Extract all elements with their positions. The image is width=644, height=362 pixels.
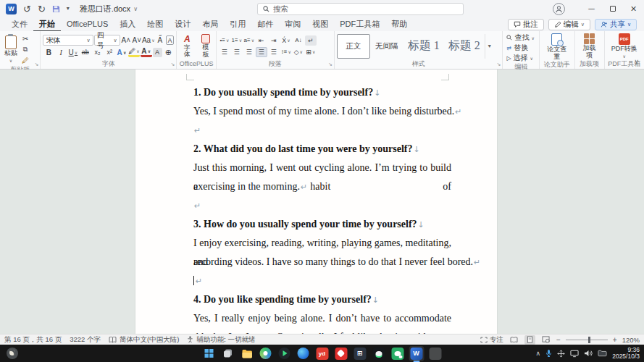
hidden-icons-chevron-icon[interactable]: ∧ bbox=[536, 350, 541, 357]
save-icon[interactable] bbox=[52, 5, 60, 13]
copy-icon[interactable]: ⧉ bbox=[20, 44, 31, 54]
superscript-icon[interactable]: x² bbox=[104, 47, 115, 57]
file-explorer-button[interactable] bbox=[239, 346, 254, 361]
editing-mode-button[interactable]: 编辑 ∨ bbox=[548, 19, 590, 30]
strikethrough-icon[interactable]: ab bbox=[80, 47, 91, 57]
word-count[interactable]: 3222 个字 bbox=[70, 335, 101, 345]
zoom-percentage[interactable]: 120% bbox=[622, 336, 640, 344]
enclose-characters-icon[interactable]: ⊕ bbox=[163, 47, 175, 57]
tab-file[interactable]: 文件 bbox=[6, 17, 33, 32]
read-mode-button[interactable] bbox=[509, 335, 519, 345]
maximize-button[interactable] bbox=[602, 0, 623, 17]
redo-icon[interactable]: ↻ bbox=[38, 4, 46, 14]
style-no-spacing[interactable]: 无间隔 bbox=[370, 34, 403, 59]
asian-layout-icon[interactable]: X́∨ bbox=[280, 35, 292, 46]
task-view-button[interactable] bbox=[220, 346, 235, 361]
distribute-icon[interactable]: ☰ bbox=[268, 47, 280, 57]
cut-icon[interactable]: ✂ bbox=[20, 33, 31, 43]
panda-app-icon[interactable] bbox=[371, 346, 386, 361]
line-spacing-icon[interactable]: ↕≡∨ bbox=[280, 47, 292, 57]
document-text[interactable]: 1. Do you usually spend time by yourself… bbox=[193, 83, 451, 334]
meeting-app-icon[interactable]: ⊞ bbox=[352, 346, 367, 361]
zoom-out-button[interactable]: − bbox=[556, 336, 561, 344]
align-right-icon[interactable]: ☰ bbox=[243, 47, 255, 57]
replace-button[interactable]: ⇄ 替换 bbox=[506, 43, 528, 52]
underline-icon[interactable]: U∨ bbox=[67, 47, 79, 57]
edge-browser-icon[interactable] bbox=[296, 346, 311, 361]
find-button[interactable]: 查找∨ bbox=[506, 33, 534, 42]
format-painter-icon[interactable]: 🖉 bbox=[20, 55, 31, 65]
quick-access-dropdown-icon[interactable]: ▾ bbox=[67, 6, 70, 12]
start-button[interactable] bbox=[201, 346, 217, 361]
wechat-icon[interactable] bbox=[390, 346, 405, 361]
browser-swirl-icon[interactable] bbox=[258, 346, 273, 361]
tray-folder-icon[interactable] bbox=[598, 350, 607, 357]
page-indicator[interactable]: 第 16 页，共 16 页 bbox=[4, 335, 62, 345]
accessibility-status[interactable]: 辅助功能: 一切就绪 bbox=[187, 335, 255, 345]
bold-icon[interactable]: B bbox=[43, 47, 54, 57]
italic-icon[interactable]: I bbox=[55, 47, 67, 57]
zoom-slider[interactable] bbox=[566, 340, 608, 340]
bullets-icon[interactable]: •≡∨ bbox=[219, 35, 230, 46]
sort-icon[interactable]: A↓ bbox=[293, 35, 304, 46]
microphone-icon[interactable] bbox=[545, 349, 552, 358]
undo-icon[interactable]: ↺ bbox=[23, 4, 31, 14]
grow-font-icon[interactable]: A˄ bbox=[121, 35, 131, 46]
zoom-in-button[interactable]: + bbox=[613, 336, 617, 344]
taskbar-clock[interactable]: 9:36 2025/10/3 bbox=[612, 347, 640, 361]
tab-review[interactable]: 审阅 bbox=[279, 17, 306, 32]
shrink-font-icon[interactable]: A˅ bbox=[132, 35, 142, 46]
multilevel-list-icon[interactable]: a≡∨ bbox=[243, 35, 255, 46]
tab-design[interactable]: 设计 bbox=[169, 17, 196, 32]
text-effects-icon[interactable]: A∨ bbox=[116, 47, 127, 57]
word-taskbar-icon[interactable]: W bbox=[409, 346, 424, 361]
red-app-icon[interactable] bbox=[333, 346, 348, 361]
close-button[interactable]: × bbox=[623, 0, 644, 17]
tab-mailings[interactable]: 邮件 bbox=[251, 17, 279, 32]
media-player-icon[interactable] bbox=[277, 346, 292, 361]
shading-icon[interactable]: ◇∨ bbox=[293, 47, 304, 57]
show-marks-icon[interactable]: ↵ bbox=[305, 35, 317, 46]
style-normal[interactable]: 正文 bbox=[337, 34, 370, 59]
paste-button[interactable]: 粘贴 ∨ bbox=[2, 35, 20, 63]
tab-help[interactable]: 帮助 bbox=[385, 17, 413, 32]
officeplus-templates-button[interactable]: 模板 bbox=[198, 34, 214, 58]
web-layout-button[interactable] bbox=[540, 335, 551, 345]
subscript-icon[interactable]: x₂ bbox=[92, 47, 104, 57]
increase-indent-icon[interactable]: ⇥ bbox=[268, 35, 280, 46]
highlight-color-icon[interactable]: 🖉∨ bbox=[128, 47, 140, 57]
weather-widget-icon[interactable] bbox=[7, 348, 18, 359]
font-dialog-launcher-icon[interactable]: ↘ bbox=[171, 62, 175, 67]
comments-button[interactable]: 批注 bbox=[508, 19, 544, 30]
tab-layout[interactable]: 布局 bbox=[196, 17, 224, 32]
youdao-dict-icon[interactable]: yd bbox=[314, 346, 330, 361]
styles-dialog-launcher-icon[interactable]: ↘ bbox=[497, 62, 501, 67]
share-button[interactable]: 共享 ∨ bbox=[595, 19, 637, 30]
faded-app-icon[interactable] bbox=[427, 346, 443, 361]
change-case-icon[interactable]: Aa∨ bbox=[143, 35, 154, 46]
character-border-icon[interactable]: A bbox=[166, 35, 175, 45]
print-layout-button[interactable] bbox=[524, 335, 535, 345]
tab-insert[interactable]: 插入 bbox=[114, 17, 141, 32]
pan-tool-icon[interactable] bbox=[557, 350, 565, 358]
clipboard-dialog-launcher-icon[interactable]: ↘ bbox=[35, 62, 39, 67]
officeplus-fonts-button[interactable]: A 字体 bbox=[179, 34, 195, 59]
account-avatar[interactable] bbox=[553, 3, 565, 15]
display-icon[interactable] bbox=[570, 350, 579, 358]
character-shading-icon[interactable]: A bbox=[153, 48, 162, 57]
tab-home[interactable]: 开始 bbox=[33, 17, 61, 32]
tab-officeplus[interactable]: OfficePLUS bbox=[61, 18, 114, 30]
decrease-indent-icon[interactable]: ⇤ bbox=[256, 35, 267, 46]
tab-draw[interactable]: 绘图 bbox=[141, 17, 169, 32]
borders-icon[interactable]: ⊞∨ bbox=[305, 47, 317, 57]
select-button[interactable]: ▷ 选择∨ bbox=[506, 54, 533, 62]
phonetic-guide-icon[interactable]: A̋ bbox=[155, 35, 165, 46]
zoom-slider-thumb[interactable] bbox=[588, 337, 590, 343]
tab-references[interactable]: 引用 bbox=[224, 17, 251, 32]
style-heading1[interactable]: 标题 1 bbox=[403, 34, 444, 59]
paper-check-button[interactable]: 论文查重 bbox=[542, 33, 572, 60]
font-size-combo[interactable]: 四号∨ bbox=[94, 35, 120, 46]
collapse-ribbon-icon[interactable]: ∨ bbox=[634, 58, 639, 65]
document-title[interactable]: 雅思口语.docx ∨ bbox=[80, 4, 138, 14]
pdf-convert-button[interactable]: PDF PDF转换 ∨ bbox=[609, 33, 640, 59]
